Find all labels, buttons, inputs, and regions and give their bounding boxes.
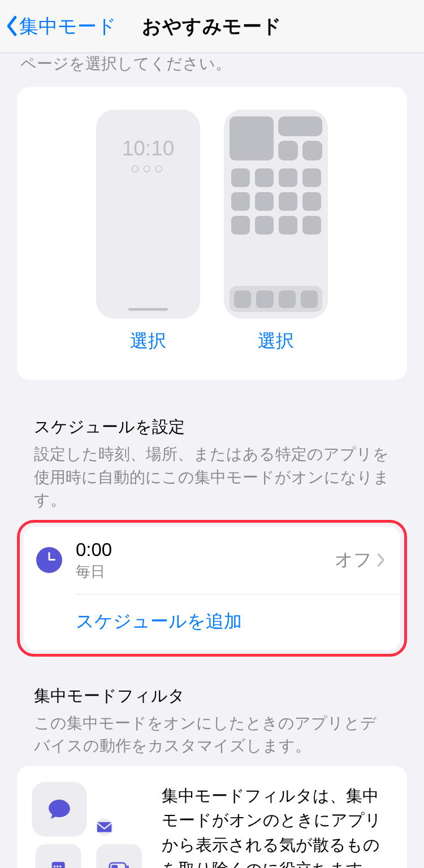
app-placeholder-icon	[279, 168, 297, 187]
app-placeholder-icon	[302, 216, 321, 235]
widget-placeholder-icon	[302, 141, 322, 160]
chevron-right-icon	[377, 553, 386, 567]
chevron-left-icon	[6, 15, 18, 38]
schedule-repeat: 毎日	[76, 562, 335, 581]
schedule-header: スケジュールを設定	[34, 416, 390, 439]
battery-icon	[96, 844, 142, 868]
app-placeholder-icon	[256, 290, 273, 308]
svg-rect-1	[54, 866, 55, 867]
filters-desc: この集中モードをオンにしたときのアプリとデバイスの動作をカスタマイズします。	[34, 712, 390, 758]
app-placeholder-icon	[255, 168, 274, 187]
app-placeholder-icon	[231, 192, 250, 211]
widget-placeholder-icon	[278, 141, 298, 160]
mail-icon	[96, 818, 113, 836]
filter-icons-cluster	[34, 784, 145, 868]
chat-icon	[32, 782, 86, 836]
screen-customize-card: 10:10 ○○○ 選択	[17, 87, 407, 380]
app-placeholder-icon	[234, 290, 251, 308]
home-screen-preview-column: 選択	[224, 110, 328, 354]
schedule-status: オフ	[335, 548, 372, 572]
svg-rect-3	[59, 866, 61, 867]
back-button[interactable]: 集中モード	[6, 14, 116, 40]
schedule-desc: 設定した時刻、場所、またはある特定のアプリを使用時に自動的にこの集中モードがオン…	[34, 443, 390, 512]
calendar-icon	[36, 844, 81, 868]
schedule-card: 0:00 毎日 オフ スケジュールを追加	[24, 527, 400, 650]
app-placeholder-icon	[231, 168, 250, 187]
lock-dots: ○○○	[102, 159, 194, 177]
schedule-item[interactable]: 0:00 毎日 オフ	[24, 527, 400, 594]
select-home-screen-button[interactable]: 選択	[258, 329, 294, 354]
back-label: 集中モード	[19, 14, 116, 40]
app-placeholder-icon	[301, 290, 318, 308]
page-title: おやすみモード	[142, 14, 282, 40]
app-placeholder-icon	[302, 168, 321, 187]
home-screen-preview[interactable]	[224, 110, 328, 319]
schedule-time: 0:00	[76, 539, 335, 561]
app-placeholder-icon	[231, 216, 250, 235]
nav-bar: 集中モード おやすみモード	[0, 0, 424, 53]
app-placeholder-icon	[279, 290, 296, 308]
app-placeholder-icon	[279, 216, 297, 235]
svg-rect-8	[111, 865, 118, 868]
filters-card: 集中モードフィルタは、集中モードがオンのときにアプリから表示される気が散るものを…	[17, 766, 407, 868]
svg-rect-7	[127, 865, 129, 868]
filters-header: 集中モードフィルタ	[34, 685, 390, 708]
app-placeholder-icon	[302, 192, 321, 211]
app-placeholder-icon	[255, 192, 274, 211]
svg-rect-2	[57, 866, 58, 867]
truncated-instruction: ページを選択してください。	[0, 53, 424, 75]
app-placeholder-icon	[255, 216, 274, 235]
filters-section-header: 集中モードフィルタ この集中モードをオンにしたときのアプリとデバイスの動作をカス…	[17, 685, 407, 758]
schedule-highlight: 0:00 毎日 オフ スケジュールを追加	[17, 520, 407, 657]
filters-body: 集中モードフィルタは、集中モードがオンのときにアプリから表示される気が散るものを…	[162, 784, 390, 868]
dock	[230, 286, 322, 312]
add-schedule-button[interactable]: スケジュールを追加	[24, 594, 400, 650]
clock-icon	[36, 547, 62, 573]
schedule-section-header: スケジュールを設定 設定した時刻、場所、またはある特定のアプリを使用時に自動的に…	[17, 416, 407, 512]
lock-screen-preview[interactable]: 10:10 ○○○	[96, 110, 200, 319]
home-indicator-icon	[128, 308, 168, 311]
widget-placeholder-icon	[230, 116, 274, 160]
lock-screen-preview-column: 10:10 ○○○ 選択	[96, 110, 200, 354]
widget-placeholder-icon	[278, 116, 322, 136]
select-lock-screen-button[interactable]: 選択	[130, 329, 166, 354]
app-placeholder-icon	[279, 192, 297, 211]
lock-time: 10:10	[102, 137, 194, 160]
